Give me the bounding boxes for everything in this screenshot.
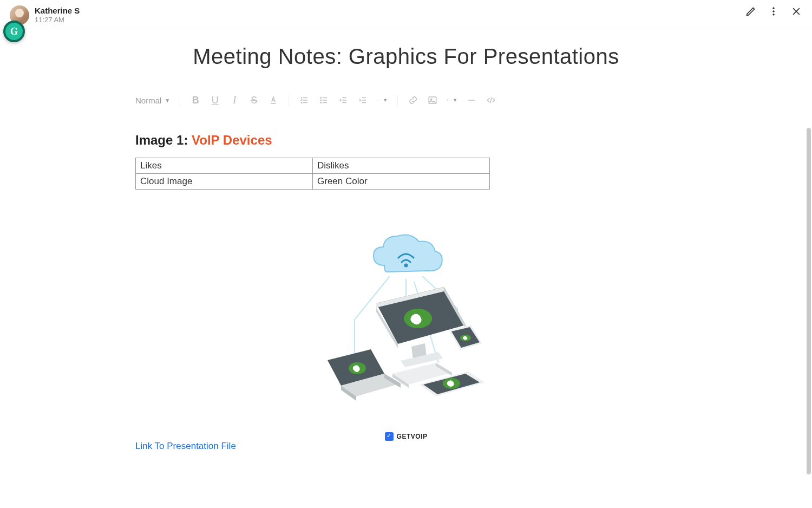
message-time: 11:27 AM bbox=[35, 16, 80, 24]
check-badge-icon bbox=[385, 432, 394, 441]
format-dropdown[interactable]: Normal ▼ bbox=[135, 96, 170, 105]
outdent-icon[interactable] bbox=[338, 95, 349, 106]
svg-point-4 bbox=[320, 100, 322, 101]
scrollbar[interactable] bbox=[807, 128, 811, 474]
table-cell[interactable]: Likes bbox=[136, 158, 313, 174]
toolbar-separator bbox=[397, 95, 398, 106]
svg-point-1 bbox=[773, 11, 775, 12]
header-actions bbox=[745, 5, 802, 17]
strikethrough-icon[interactable]: S bbox=[248, 95, 259, 106]
code-icon[interactable] bbox=[486, 95, 496, 106]
close-icon[interactable] bbox=[790, 5, 802, 17]
align-dropdown[interactable]: ▼ bbox=[377, 95, 388, 106]
table-cell[interactable]: Dislikes bbox=[313, 158, 490, 174]
svg-rect-8 bbox=[447, 100, 448, 101]
svg-point-5 bbox=[320, 102, 322, 103]
editor-toolbar: Normal ▼ B U I S ▼ ▼ bbox=[130, 95, 682, 113]
section-heading: Image 1: VoIP Devices bbox=[135, 133, 677, 148]
underline-icon[interactable]: U bbox=[209, 95, 220, 106]
grammarly-badge-icon[interactable]: G bbox=[3, 21, 25, 42]
link-icon[interactable] bbox=[408, 95, 418, 106]
presentation-link[interactable]: Link To Presentation File bbox=[135, 441, 677, 452]
heading-link[interactable]: VoIP Devices bbox=[192, 133, 272, 147]
table-icon[interactable]: ▼ bbox=[447, 95, 457, 106]
feedback-table: Likes Dislikes Cloud Image Green Color bbox=[135, 158, 490, 190]
table-row: Likes Dislikes bbox=[136, 158, 490, 174]
svg-point-2 bbox=[773, 14, 775, 16]
table-row: Cloud Image Green Color bbox=[136, 174, 490, 190]
divider-icon[interactable] bbox=[466, 95, 477, 106]
document: Meeting Notes: Graphics For Presentation… bbox=[130, 29, 682, 452]
indent-icon[interactable] bbox=[357, 95, 368, 106]
toolbar-separator bbox=[180, 95, 180, 106]
toolbar-separator bbox=[289, 95, 289, 106]
svg-point-9 bbox=[405, 264, 407, 266]
ordered-list-icon[interactable] bbox=[299, 95, 310, 106]
edit-icon[interactable] bbox=[745, 5, 757, 17]
voip-illustration: GETVOIP bbox=[298, 222, 514, 428]
text-color-icon[interactable] bbox=[268, 95, 279, 106]
more-icon[interactable] bbox=[768, 5, 780, 17]
format-label: Normal bbox=[135, 96, 161, 105]
svg-point-0 bbox=[773, 8, 775, 9]
heading-prefix: Image 1: bbox=[135, 133, 192, 147]
unordered-list-icon[interactable] bbox=[318, 95, 329, 106]
illustration-tag: GETVOIP bbox=[298, 432, 514, 441]
italic-icon[interactable]: I bbox=[229, 95, 240, 106]
table-cell[interactable]: Cloud Image bbox=[136, 174, 313, 190]
user-meta: Katherine S 11:27 AM bbox=[35, 6, 80, 24]
table-cell[interactable]: Green Color bbox=[313, 174, 490, 190]
image-icon[interactable] bbox=[427, 95, 438, 106]
page-title: Meeting Notes: Graphics For Presentation… bbox=[130, 44, 682, 69]
message-header: Katherine S 11:27 AM bbox=[0, 0, 812, 29]
user-name: Katherine S bbox=[35, 6, 80, 16]
chevron-down-icon: ▼ bbox=[165, 97, 170, 103]
document-body[interactable]: Image 1: VoIP Devices Likes Dislikes Clo… bbox=[130, 113, 682, 452]
svg-point-7 bbox=[431, 99, 432, 100]
illustration-tag-text: GETVOIP bbox=[397, 433, 428, 440]
svg-point-3 bbox=[320, 97, 322, 99]
bold-icon[interactable]: B bbox=[190, 95, 201, 106]
